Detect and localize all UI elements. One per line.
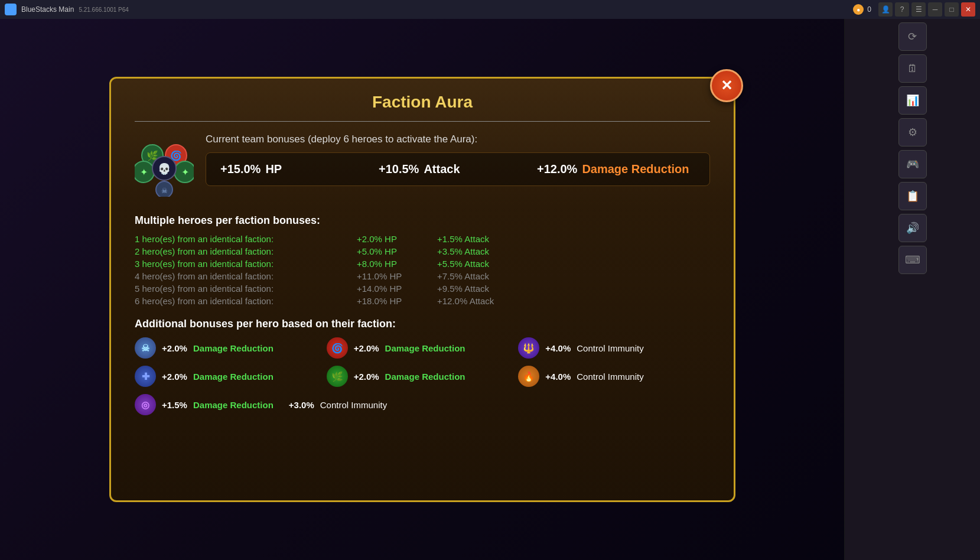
bonus-damage-reduction: +12.0% Damage Reduction [537,162,695,176]
add-spiral-label1: Damage Reduction [193,400,274,410]
coin-count: 0 [867,5,871,14]
add-item-trident: 🔱 +4.0% Control Immunity [518,337,710,359]
bonus-attack-label: Attack [424,162,460,176]
svg-text:☠: ☠ [161,187,168,195]
titlebar: BlueStacks Main 5.21.666.1001 P64 ● 0 👤 … [0,0,980,19]
add-leaf-label: Damage Reduction [385,372,465,382]
hero-row-2: 2 hero(es) from an identical faction: +5… [135,246,710,256]
add-skull-value: +2.0% [162,343,187,353]
sidebar-btn-8[interactable]: ⌨ [898,246,927,274]
add-spiral-value2: +3.0% [289,400,314,410]
add-skull-label: Damage Reduction [193,343,274,353]
hero-row-5-attack: +9.5% Attack [437,284,489,294]
hero-row-4-hp: +11.0% HP [357,271,428,281]
add-cross-value: +2.0% [162,372,187,382]
hero-row-3-desc: 3 hero(es) from an identical faction: [135,259,347,269]
hero-row-3-hp: +8.0% HP [357,259,428,269]
trident-badge: 🔱 [518,337,539,359]
bonus-hp: +15.0% HP [220,162,379,176]
hero-row-3-attack: +5.5% Attack [437,259,489,269]
svg-text:💀: 💀 [158,162,171,175]
coin-icon: ● [853,4,864,15]
modal-overlay: ✕ Faction Aura 🌿 🌀 ✦ [0,19,845,560]
additional-section: Additional bonuses per hero based on the… [135,318,710,415]
skull-badge: ☠ [135,337,156,359]
hero-row-3: 3 hero(es) from an identical faction: +8… [135,259,710,269]
hero-row-1: 1 hero(es) from an identical faction: +2… [135,234,710,244]
sidebar-btn-1[interactable]: ⟳ [898,22,927,51]
sidebar-btn-5[interactable]: 🎮 [898,150,927,178]
window-controls: ● 0 👤 ? ☰ ─ □ ✕ [853,2,975,17]
add-item-swirl: 🌀 +2.0% Damage Reduction [327,337,519,359]
sidebar-btn-6[interactable]: 📋 [898,182,927,210]
close-window-button[interactable]: ✕ [961,2,975,17]
app-icon [5,4,17,15]
bonuses-box: +15.0% HP +10.5% Attack +12.0% Damage Re… [206,152,710,186]
modal-close-button[interactable]: ✕ [710,69,743,102]
sidebar-btn-3[interactable]: 📊 [898,86,927,115]
hero-row-1-hp: +2.0% HP [357,234,428,244]
add-leaf-value: +2.0% [354,372,379,382]
hero-row-6-hp: +18.0% HP [357,296,428,306]
profile-button[interactable]: 👤 [878,2,893,17]
add-swirl-label: Damage Reduction [385,343,465,353]
right-sidebar: ⟳ 🗓 📊 ⚙ 🎮 📋 🔊 ⌨ [844,19,980,560]
hero-row-2-hp: +5.0% HP [357,246,428,256]
help-button[interactable]: ? [895,2,909,17]
add-swirl-value: +2.0% [354,343,379,353]
add-last-row: ◎ +1.5% Damage Reduction +3.0% Control I… [135,394,710,415]
hero-row-2-desc: 2 hero(es) from an identical faction: [135,246,347,256]
add-flame-label: Control Immunity [577,372,643,382]
bonus-dr-value: +12.0% [537,162,577,176]
hero-row-1-desc: 1 hero(es) from an identical faction: [135,234,347,244]
multiple-heroes-title: Multiple heroes per faction bonuses: [135,214,710,227]
add-trident-label: Control Immunity [577,343,643,353]
add-item-cross: ✚ +2.0% Damage Reduction [135,366,327,387]
sidebar-btn-7[interactable]: 🔊 [898,214,927,242]
hero-row-2-attack: +3.5% Attack [437,246,489,256]
add-spiral-value1: +1.5% [162,400,187,410]
add-item-leaf: 🌿 +2.0% Damage Reduction [327,366,519,387]
flame-badge: 🔥 [518,366,539,387]
swirl-badge: 🌀 [327,337,348,359]
bonus-hp-value: +15.0% [220,162,261,176]
modal-divider [135,121,710,122]
hero-row-6-desc: 6 hero(es) from an identical faction: [135,296,347,306]
faction-aura-modal: ✕ Faction Aura 🌿 🌀 ✦ [109,77,735,502]
app-name: BlueStacks Main [21,5,74,14]
hero-row-5-hp: +14.0% HP [357,284,428,294]
hero-row-4-desc: 4 hero(es) from an identical faction: [135,271,347,281]
hero-row-5: 5 hero(es) from an identical faction: +1… [135,284,710,294]
settings-button[interactable]: ☰ [911,2,926,17]
hero-row-4: 4 hero(es) from an identical faction: +1… [135,271,710,281]
add-spiral-label2: Control Immunity [320,400,387,410]
sidebar-btn-4[interactable]: ⚙ [898,118,927,146]
svg-text:✦: ✦ [140,167,148,177]
cross-badge: ✚ [135,366,156,387]
hero-row-1-attack: +1.5% Attack [437,234,489,244]
hero-row-5-desc: 5 hero(es) from an identical faction: [135,284,347,294]
spiral-badge: ◎ [135,394,156,415]
add-flame-value: +4.0% [545,372,571,382]
faction-icon-cluster: 🌿 🌀 ✦ ✦ 💀 ☠ [135,138,194,197]
additional-grid: ☠ +2.0% Damage Reduction 🌀 +2.0% Damage … [135,337,710,387]
add-cross-label: Damage Reduction [193,372,274,382]
maximize-button[interactable]: □ [945,2,959,17]
add-item-skull: ☠ +2.0% Damage Reduction [135,337,327,359]
add-item-flame: 🔥 +4.0% Control Immunity [518,366,710,387]
leaf-badge: 🌿 [327,366,348,387]
hero-row-6-attack: +12.0% Attack [437,296,494,306]
bonus-dr-label: Damage Reduction [582,162,689,176]
sidebar-btn-2[interactable]: 🗓 [898,54,927,83]
hero-row-4-attack: +7.5% Attack [437,271,489,281]
modal-title: Faction Aura [135,93,710,112]
hero-bonus-list: 1 hero(es) from an identical faction: +2… [135,234,710,306]
bonuses-header: Current team bonuses (deploy 6 heroes to… [206,134,710,145]
hero-row-6: 6 hero(es) from an identical faction: +1… [135,296,710,306]
bonus-attack-value: +10.5% [379,162,419,176]
bonus-attack: +10.5% Attack [379,162,537,176]
add-trident-value: +4.0% [545,343,571,353]
bonus-hp-label: HP [265,162,282,176]
svg-text:✦: ✦ [181,167,189,177]
minimize-button[interactable]: ─ [928,2,942,17]
